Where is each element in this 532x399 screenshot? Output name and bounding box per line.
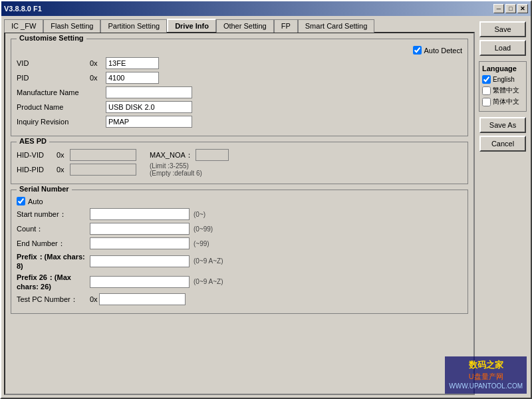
tab-ic-fw[interactable]: IC _FW [4,19,43,33]
lang-traditional-label: 繁體中文 [493,86,519,95]
sidebar: Save Load Language English 繁體中文 简体中文 Sav… [475,19,528,395]
end-number-input[interactable] [90,237,190,249]
vid-prefix: 0x [90,59,106,67]
pid-row: PID 0x [17,72,462,84]
inquiry-label: Inquiry Revision [17,118,90,126]
title-bar: V3.8.8.0 F1 ─ □ ✕ [1,1,531,16]
tab-other-setting[interactable]: Other Setting [216,19,274,33]
hid-pid-prefix: 0x [57,166,70,174]
hid-pid-row: HID-PID 0x [17,164,136,176]
main-window: V3.8.8.0 F1 ─ □ ✕ IC _FW Flash Setting P… [0,0,532,399]
prefix26-hint: (0~9 A~Z) [194,278,223,285]
auto-checkbox[interactable] [17,197,25,205]
pid-label: PID [17,74,90,82]
vid-row: VID 0x [17,57,462,69]
end-number-label: End Number： [17,239,90,249]
hid-pid-label: HID-PID [17,166,57,174]
title-bar-buttons: ─ □ ✕ [493,4,528,13]
start-number-hint: (0~) [194,211,205,218]
vid-label: VID [17,59,90,67]
end-number-row: End Number： (~99) [17,237,462,249]
tab-drive-info[interactable]: Drive Info [167,19,216,32]
hid-vid-input[interactable] [70,149,136,161]
start-number-input[interactable] [90,208,190,220]
max-noa-hint2: (Empty :default 6) [150,170,229,177]
lang-english-label: English [493,76,515,83]
max-noa-label: MAX_NOA： [150,150,193,160]
tab-fp[interactable]: FP [274,19,298,33]
window-title: V3.8.8.0 F1 [4,5,42,13]
test-pc-input[interactable] [99,293,186,305]
prefix26-row: Prefix 26：(Max chars: 26) (0~9 A~Z) [17,273,462,291]
lang-traditional-checkbox[interactable] [482,86,491,95]
cancel-button[interactable]: Cancel [479,136,526,152]
tab-partition-setting[interactable]: Partition Setting [100,19,167,33]
count-label: Count： [17,224,90,234]
product-label: Product Name [17,103,90,111]
language-option-traditional: 繁體中文 [482,86,523,95]
pid-input[interactable] [106,72,159,84]
prefix-input[interactable] [90,255,190,267]
close-button[interactable]: ✕ [517,4,528,13]
minimize-button[interactable]: ─ [493,4,504,13]
hid-pid-input[interactable] [70,164,136,176]
start-number-row: Start number： (0~) [17,208,462,220]
tab-bar: IC _FW Flash Setting Partition Setting D… [4,19,475,32]
count-row: Count： (0~99) [17,223,462,235]
inquiry-row: Inquiry Revision [17,116,462,128]
serial-number-title: Serial Number [17,185,72,193]
aes-pd-content: HID-VID 0x HID-PID 0x [17,149,462,178]
count-input[interactable] [90,223,190,235]
auto-detect-label: Auto Detect [424,47,462,55]
customise-setting-title: Customise Setting [17,34,86,42]
count-hint: (0~99) [194,225,213,233]
language-box: Language English 繁體中文 简体中文 [479,61,527,112]
pid-prefix: 0x [90,74,106,82]
watermark-line1: 数码之家 [449,359,523,371]
lang-simplified-label: 简体中文 [493,97,519,106]
language-option-simplified: 简体中文 [482,97,523,106]
test-pc-row: Test PC Number： 0x [17,293,462,305]
product-input[interactable] [106,101,192,113]
test-pc-prefix: 0x [90,295,98,303]
tab-smart-card[interactable]: Smart Card Setting [298,19,375,33]
aes-left: HID-VID 0x HID-PID 0x [17,149,136,178]
hid-vid-label: HID-VID [17,151,57,159]
prefix26-label: Prefix 26：(Max chars: 26) [17,273,90,291]
watermark: 数码之家 U盘量产网 WWW.UPANTOOL.COM [445,356,527,394]
load-button[interactable]: Load [479,40,526,56]
product-row: Product Name [17,101,462,113]
prefix-hint: (0~9 A~Z) [194,257,223,265]
auto-detect-checkbox[interactable] [413,46,422,55]
window-body: IC _FW Flash Setting Partition Setting D… [1,16,531,398]
language-title: Language [482,65,523,72]
watermark-line2: U盘量产网 [449,372,523,382]
end-number-hint: (~99) [194,240,209,247]
language-option-english: English [482,75,523,84]
serial-number-content: Auto Start number： (0~) Count： (0~99 [17,197,462,305]
auto-checkbox-row: Auto [17,197,462,205]
lang-simplified-checkbox[interactable] [482,98,491,106]
manufacture-label: Manufacture Name [17,88,90,96]
prefix26-input[interactable] [90,276,190,288]
prefix-label: Prefix：(Max chars: 8) [17,252,90,270]
serial-number-group: Serial Number Auto Start number： (0~) [11,190,468,314]
maximize-button[interactable]: □ [505,4,516,13]
hid-vid-row: HID-VID 0x [17,149,136,161]
hid-vid-prefix: 0x [57,151,70,159]
start-number-label: Start number： [17,209,90,219]
lang-english-checkbox[interactable] [482,75,491,84]
inquiry-input[interactable] [106,116,192,128]
save-as-button[interactable]: Save As [479,117,526,133]
test-pc-label: Test PC Number： [17,295,90,305]
manufacture-row: Manufacture Name [17,86,462,98]
prefix-row: Prefix：(Max chars: 8) (0~9 A~Z) [17,252,462,270]
tab-flash-setting[interactable]: Flash Setting [43,19,100,33]
customise-setting-group: Customise Setting Auto Detect VID 0x [11,39,468,136]
auto-label: Auto [28,198,43,205]
manufacture-input[interactable] [106,86,192,98]
max-noa-input[interactable] [196,149,229,161]
save-button[interactable]: Save [479,21,526,37]
watermark-line3: WWW.UPANTOOL.COM [449,382,523,391]
vid-input[interactable] [106,57,159,69]
